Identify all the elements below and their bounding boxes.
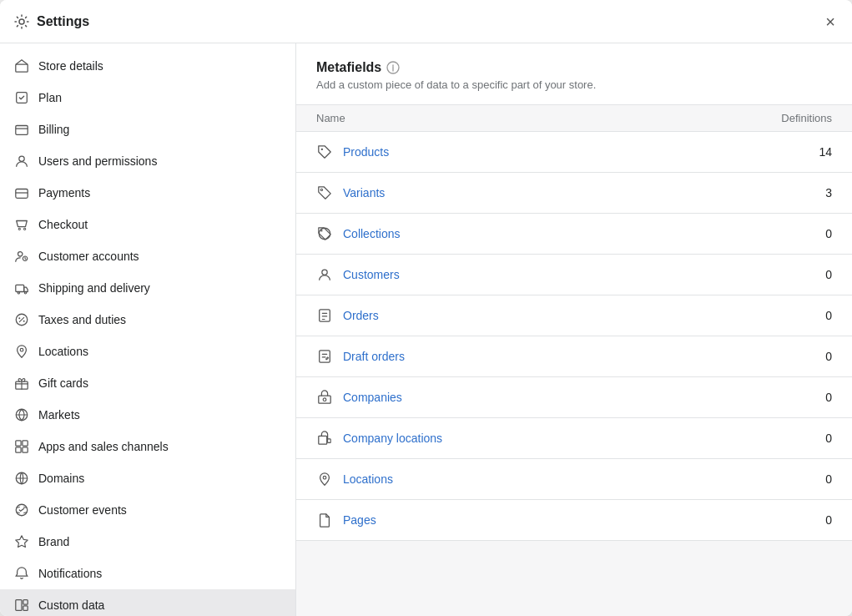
table-rows-container: Products14Variants3Collections0Customers…	[296, 132, 852, 541]
sidebar-item-label: Customer accounts	[38, 250, 139, 263]
svg-rect-35	[328, 439, 331, 443]
svg-rect-23	[23, 606, 28, 610]
svg-point-28	[320, 230, 322, 231]
title-bar: Settings ×	[0, 0, 852, 43]
company-row-icon	[316, 389, 333, 406]
sidebar-item-label: Plan	[38, 91, 62, 104]
sidebar-item-checkout[interactable]: Checkout	[0, 209, 295, 240]
customer-accounts-icon	[13, 248, 30, 265]
sidebar-item-label: Billing	[38, 123, 69, 136]
metafields-header: Metafields Add a custom piece of data to…	[296, 43, 852, 104]
table-row-customers[interactable]: Customers0	[296, 255, 852, 295]
sidebar-item-label: Users and permissions	[38, 154, 157, 168]
table-row-count: 3	[825, 186, 832, 199]
table-row-locations[interactable]: Locations0	[296, 459, 852, 500]
table-row-name[interactable]: Orders	[343, 309, 379, 322]
page-row-icon	[316, 512, 333, 528]
table-row-left: Collections	[316, 225, 400, 242]
gift-cards-icon	[13, 375, 30, 391]
tag-row-icon	[316, 144, 333, 160]
svg-rect-0	[16, 64, 28, 72]
title-bar-left: Settings	[13, 13, 89, 30]
notifications-icon	[13, 565, 30, 582]
table-row-left: Customers	[316, 266, 400, 283]
sidebar-item-apps-sales-channels[interactable]: Apps and sales channels	[0, 431, 295, 462]
sidebar-item-label: Taxes and duties	[38, 313, 126, 326]
custom-data-icon	[13, 597, 30, 613]
sidebar: Store detailsPlanBillingUsers and permis…	[0, 43, 296, 616]
table-row-count: 14	[819, 145, 832, 159]
sidebar-item-label: Gift cards	[38, 376, 88, 390]
svg-point-33	[323, 398, 326, 401]
table-row-name[interactable]: Customers	[343, 268, 400, 281]
sidebar-item-billing[interactable]: Billing	[0, 114, 295, 145]
svg-point-3	[19, 156, 24, 161]
sidebar-item-markets[interactable]: Markets	[0, 399, 295, 431]
table-row-name[interactable]: Locations	[343, 472, 393, 486]
table-row-left: Companies	[316, 389, 402, 406]
sidebar-item-custom-data[interactable]: Custom data	[0, 589, 295, 616]
sidebar-item-customer-accounts[interactable]: Customer accounts	[0, 240, 295, 272]
location-row-icon	[316, 471, 333, 487]
table-row-name[interactable]: Company locations	[343, 432, 442, 445]
sidebar-item-plan[interactable]: Plan	[0, 82, 295, 114]
table-row-orders[interactable]: Orders0	[296, 295, 852, 336]
info-icon[interactable]	[386, 61, 400, 74]
table-row-name[interactable]: Products	[343, 145, 389, 159]
metafields-title: Metafields	[316, 60, 381, 75]
svg-point-9	[18, 292, 19, 294]
sidebar-item-locations[interactable]: Locations	[0, 336, 295, 367]
svg-rect-32	[319, 396, 330, 403]
table-row-name[interactable]: Draft orders	[343, 350, 405, 363]
sidebar-item-store-details[interactable]: Store details	[0, 50, 295, 82]
table-row-company-locations[interactable]: Company locations0	[296, 418, 852, 459]
shipping-icon	[13, 280, 30, 296]
col-definitions-header: Definitions	[781, 112, 832, 124]
sidebar-item-customer-events[interactable]: Customer events	[0, 494, 295, 526]
svg-rect-16	[23, 441, 28, 446]
user-icon	[13, 153, 30, 169]
domains-icon	[13, 470, 30, 487]
svg-rect-15	[16, 441, 21, 446]
sidebar-item-label: Custom data	[38, 598, 104, 612]
table-row-name[interactable]: Pages	[343, 513, 376, 527]
apps-icon	[13, 438, 30, 455]
table-row-draft-orders[interactable]: Draft orders0	[296, 336, 852, 377]
close-button[interactable]: ×	[822, 10, 839, 33]
table-row-collections[interactable]: Collections0	[296, 214, 852, 255]
svg-point-29	[322, 270, 327, 275]
table-row-count: 0	[825, 391, 832, 404]
sidebar-item-label: Payments	[38, 186, 90, 199]
store-icon	[13, 58, 30, 74]
sidebar-item-gift-cards[interactable]: Gift cards	[0, 367, 295, 399]
table-row-variants[interactable]: Variants3	[296, 173, 852, 214]
sidebar-item-label: Markets	[38, 408, 80, 422]
company-location-row-icon	[316, 430, 333, 447]
table-row-products[interactable]: Products14	[296, 132, 852, 173]
table-row-count: 0	[825, 350, 832, 363]
table-row-name[interactable]: Companies	[343, 391, 402, 404]
panel-inner: Metafields Add a custom piece of data to…	[296, 43, 852, 541]
metafields-title-row: Metafields	[316, 60, 832, 75]
customer-events-icon	[13, 502, 30, 518]
table-row-name[interactable]: Collections	[343, 227, 400, 240]
sidebar-item-label: Apps and sales channels	[38, 440, 169, 453]
table-row-left: Pages	[316, 512, 376, 528]
table-row-pages[interactable]: Pages0	[296, 500, 852, 541]
sidebar-item-notifications[interactable]: Notifications	[0, 558, 295, 589]
table-row-count: 0	[825, 432, 832, 445]
sidebar-item-payments[interactable]: Payments	[0, 177, 295, 209]
sidebar-item-label: Checkout	[38, 218, 88, 231]
sidebar-item-shipping-delivery[interactable]: Shipping and delivery	[0, 272, 295, 304]
table-row-name[interactable]: Variants	[343, 186, 385, 199]
sidebar-item-brand[interactable]: Brand	[0, 526, 295, 558]
table-row-count: 0	[825, 309, 832, 322]
billing-icon	[13, 121, 30, 138]
table-row-companies[interactable]: Companies0	[296, 377, 852, 418]
table-row-left: Locations	[316, 471, 393, 487]
svg-rect-22	[23, 600, 28, 604]
sidebar-item-users-permissions[interactable]: Users and permissions	[0, 145, 295, 177]
sidebar-item-taxes-duties[interactable]: Taxes and duties	[0, 304, 295, 336]
sidebar-item-domains[interactable]: Domains	[0, 462, 295, 494]
svg-point-10	[24, 292, 26, 294]
